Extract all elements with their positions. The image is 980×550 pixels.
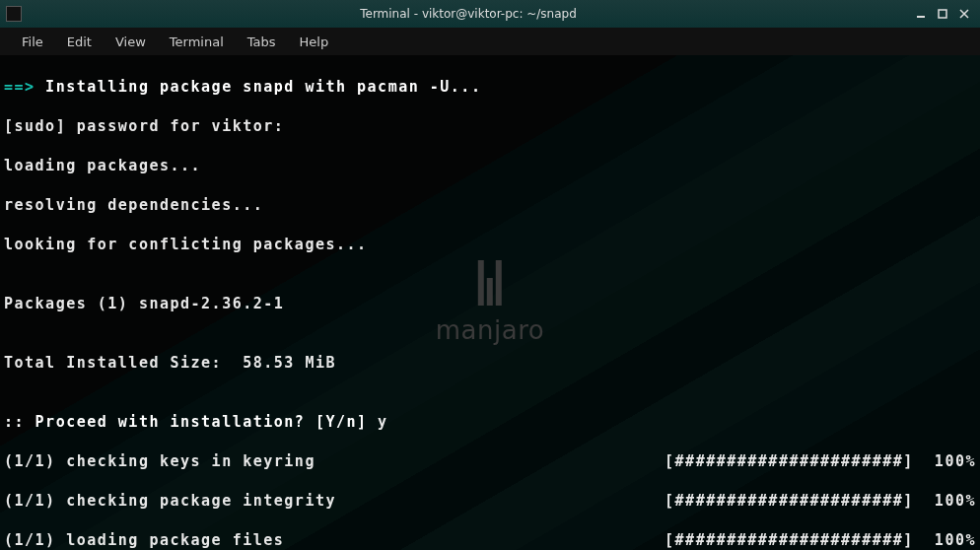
install-heading: Installing package snapd with pacman -U.…: [35, 78, 482, 96]
menu-tabs[interactable]: Tabs: [236, 31, 288, 53]
progress-label: (1/1) checking package integrity: [4, 491, 336, 511]
maximize-button[interactable]: [933, 5, 952, 23]
menubar: File Edit View Terminal Tabs Help: [0, 28, 980, 55]
proceed-answer: y: [368, 413, 388, 431]
progress-bar: [######################] 100%: [665, 491, 976, 511]
output-line: loading packages...: [4, 156, 976, 175]
packages-line: Packages (1) snapd-2.36.2-1: [4, 294, 976, 313]
menu-file[interactable]: File: [10, 31, 55, 53]
menu-view[interactable]: View: [104, 31, 158, 53]
titlebar: Terminal - viktor@viktor-pc: ~/snapd: [0, 0, 980, 28]
menu-edit[interactable]: Edit: [55, 31, 104, 53]
progress-label: (1/1) loading package files: [4, 530, 284, 550]
terminal-output: ==> Installing package snapd with pacman…: [4, 57, 976, 550]
arrow-marker: ==>: [4, 78, 35, 96]
sudo-prompt: [sudo] password for viktor:: [4, 116, 976, 136]
output-line: resolving dependencies...: [4, 195, 976, 215]
close-button[interactable]: [954, 5, 974, 23]
terminal-window: Terminal - viktor@viktor-pc: ~/snapd Fil…: [0, 0, 980, 550]
menu-help[interactable]: Help: [288, 31, 341, 53]
progress-bar: [######################] 100%: [665, 451, 976, 471]
proceed-prompt: :: Proceed with installation? [Y/n]: [4, 413, 368, 431]
progress-bar: [######################] 100%: [665, 530, 976, 550]
svg-rect-0: [917, 16, 925, 18]
menu-terminal[interactable]: Terminal: [158, 31, 236, 53]
window-title: Terminal - viktor@viktor-pc: ~/snapd: [26, 7, 911, 21]
terminal-body[interactable]: manjaro ==> Installing package snapd wit…: [0, 55, 980, 550]
minimize-button[interactable]: [911, 5, 931, 23]
svg-rect-1: [939, 10, 946, 18]
app-icon: [6, 6, 22, 22]
size-line: Total Installed Size: 58.53 MiB: [4, 353, 976, 373]
output-line: looking for conflicting packages...: [4, 235, 976, 254]
progress-label: (1/1) checking keys in keyring: [4, 451, 315, 471]
